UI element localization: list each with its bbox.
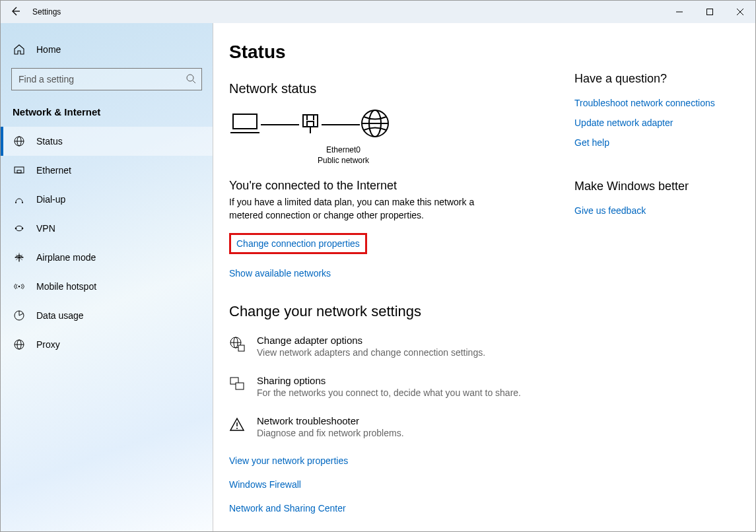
svg-rect-20 [233,114,257,129]
option-title: Sharing options [257,375,521,386]
sidebar-item-hotspot[interactable]: Mobile hotspot [1,272,213,301]
network-diagram [229,108,548,141]
sidebar-item-label: Mobile hotspot [36,281,96,292]
datausage-icon [13,310,26,321]
svg-rect-35 [236,383,244,389]
home-nav[interactable]: Home [1,36,213,63]
sidebar-item-label: Proxy [36,339,60,350]
sidebar-item-label: Dial-up [36,194,65,205]
feedback-link[interactable]: Give us feedback [574,205,739,216]
svg-point-11 [15,202,17,203]
diagram-network-type: Public network [300,156,386,166]
home-label: Home [36,44,61,55]
titlebar: Settings [1,1,755,23]
sidebar-item-ethernet[interactable]: Ethernet [1,156,213,185]
page-title: Status [229,42,548,63]
maximize-button[interactable] [695,1,725,23]
connected-description: If you have a limited data plan, you can… [229,195,493,222]
svg-point-15 [18,286,20,288]
hotspot-icon [13,281,26,292]
network-sharing-center-link[interactable]: Network and Sharing Center [229,503,548,514]
svg-line-5 [193,81,195,83]
sidebar-item-vpn[interactable]: VPN [1,214,213,243]
svg-rect-10 [17,170,21,173]
connected-heading: You're connected to the Internet [229,179,548,193]
home-icon [13,44,26,55]
airplane-icon [13,251,26,263]
sidebar-item-label: Status [36,136,63,147]
show-available-networks-link[interactable]: Show available networks [229,268,331,279]
change-settings-heading: Change your network settings [229,303,548,320]
windows-firewall-link[interactable]: Windows Firewall [229,479,548,490]
sidebar-item-label: Airplane mode [36,252,96,263]
option-title: Change adapter options [257,335,485,346]
close-button[interactable] [725,1,755,23]
view-properties-link[interactable]: View your network properties [229,455,548,466]
sidebar: Home Find a setting Network & Internet S… [1,23,213,531]
svg-rect-23 [307,121,314,127]
window-title: Settings [32,7,61,17]
option-change-adapter[interactable]: Change adapter options View network adap… [229,335,548,358]
proxy-icon [13,339,26,350]
help-link-troubleshoot[interactable]: Troubleshoot network connections [574,98,739,108]
have-question-heading: Have a question? [574,72,739,86]
sidebar-item-datausage[interactable]: Data usage [1,301,213,330]
option-desc: For the networks you connect to, decide … [257,387,521,398]
option-desc: Diagnose and fix network problems. [257,428,404,438]
option-sharing[interactable]: Sharing options For the networks you con… [229,375,548,398]
vpn-icon [13,222,26,234]
search-input[interactable]: Find a setting [11,68,202,90]
option-desc: View network adapters and change connect… [257,347,485,358]
adapter-options-icon [229,335,246,358]
sidebar-item-proxy[interactable]: Proxy [1,330,213,359]
diagram-adapter-name: Ethernet0 [300,145,386,156]
sidebar-item-status[interactable]: Status [1,127,213,156]
troubleshoot-icon [229,415,246,438]
status-icon [13,135,26,147]
svg-point-37 [236,428,238,429]
sidebar-item-label: VPN [36,223,55,234]
computer-icon [229,110,261,139]
minimize-button[interactable] [664,1,695,23]
sidebar-item-label: Data usage [36,310,84,321]
dialup-icon [13,193,26,205]
help-link-update-adapter[interactable]: Update network adapter [574,117,739,128]
adapter-icon [299,112,322,137]
change-connection-properties-link[interactable]: Change connection properties [236,238,360,249]
back-icon[interactable] [10,6,20,18]
svg-point-12 [22,202,23,203]
svg-point-4 [187,75,193,81]
option-troubleshooter[interactable]: Network troubleshooter Diagnose and fix … [229,415,548,438]
improve-heading: Make Windows better [574,180,739,193]
network-status-heading: Network status [229,81,548,96]
svg-rect-33 [238,345,244,351]
change-connection-properties-highlight: Change connection properties [229,233,367,254]
sidebar-item-airplane[interactable]: Airplane mode [1,243,213,272]
search-icon [186,73,196,86]
option-title: Network troubleshooter [257,415,404,426]
svg-rect-1 [707,9,713,15]
sharing-icon [229,375,246,398]
sidebar-item-dialup[interactable]: Dial-up [1,185,213,214]
ethernet-icon [13,164,26,176]
sidebar-item-label: Ethernet [36,165,71,176]
search-placeholder: Find a setting [18,74,74,84]
sidebar-section-title: Network & Internet [1,102,213,127]
help-link-get-help[interactable]: Get help [574,137,739,148]
globe-icon [360,108,390,141]
